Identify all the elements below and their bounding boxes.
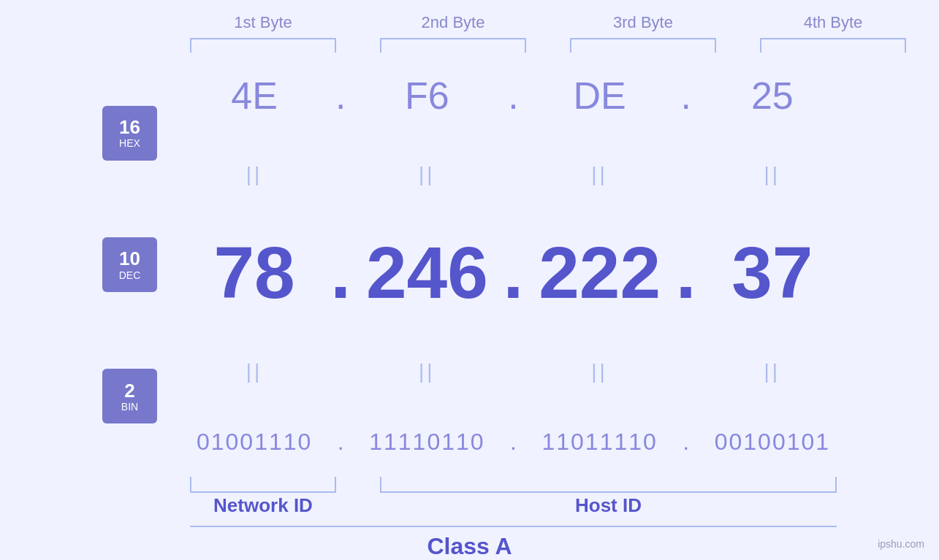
- hex-badge: 16 HEX: [102, 106, 157, 161]
- dec-b4: 37: [731, 231, 813, 315]
- equals-row-2: || || || ||: [190, 357, 837, 386]
- byte1-label: 1st Byte: [234, 13, 292, 32]
- byte4-bracket-top: [760, 38, 906, 53]
- hex-b2: F6: [405, 74, 449, 118]
- hex-b2-cell: F6: [362, 74, 491, 118]
- bin-b2: 11110110: [369, 429, 484, 456]
- class-row: Class A: [102, 526, 837, 560]
- hex-b3: DE: [574, 74, 626, 118]
- eq2-b4: ||: [708, 357, 837, 386]
- bin-name: BIN: [121, 401, 138, 413]
- eq1-b2: ||: [362, 160, 491, 189]
- hex-b3-cell: DE: [536, 74, 664, 118]
- dec-dot1: .: [319, 231, 362, 315]
- dec-name: DEC: [119, 269, 141, 281]
- host-bracket: [380, 477, 837, 493]
- byte2-bracket-top: [380, 38, 526, 53]
- hex-dot1: .: [319, 74, 362, 118]
- main-grid: 16 HEX 10 DEC 2 BIN 4E .: [0, 53, 939, 477]
- byte2-header: 2nd Byte: [380, 13, 526, 53]
- byte4-label: 4th Byte: [804, 13, 863, 32]
- eq2-b1: ||: [190, 357, 319, 386]
- network-bracket: [190, 477, 336, 493]
- dec-b2: 246: [366, 231, 488, 315]
- byte4-header: 4th Byte: [760, 13, 906, 53]
- hex-num: 16: [119, 117, 140, 138]
- dec-badge: 10 DEC: [102, 237, 157, 292]
- dec-num: 10: [119, 248, 140, 269]
- dec-b3: 222: [539, 231, 661, 315]
- equals-row-1: || || || ||: [190, 160, 837, 189]
- eq1-b4: ||: [708, 160, 837, 189]
- byte3-label: 3rd Byte: [613, 13, 673, 32]
- bin-b1: 01001110: [197, 429, 312, 456]
- eq1-b3: ||: [536, 160, 664, 189]
- byte2-label: 2nd Byte: [422, 13, 485, 32]
- byte3-header: 3rd Byte: [570, 13, 716, 53]
- class-bracket-line: [190, 526, 837, 527]
- bin-b1-cell: 01001110: [190, 429, 319, 456]
- eq2-b3: ||: [536, 357, 664, 386]
- dec-row: 78 . 246 . 222 . 37: [190, 231, 837, 315]
- byte1-bracket-top: [190, 38, 336, 53]
- eq2-b2: ||: [362, 357, 491, 386]
- hex-dot2: .: [492, 74, 536, 118]
- bin-b4-cell: 00100101: [708, 429, 837, 456]
- host-id-label: Host ID: [380, 494, 837, 517]
- bin-dot3: .: [664, 429, 708, 456]
- hex-row: 4E . F6 . DE . 25: [190, 74, 837, 118]
- header-row: 1st Byte 2nd Byte 3rd Byte 4th Byte: [0, 0, 939, 53]
- main-container: 1st Byte 2nd Byte 3rd Byte 4th Byte 16 H…: [0, 0, 939, 560]
- bottom-bracket-row: [102, 477, 837, 493]
- bin-dot1: .: [319, 429, 362, 456]
- hex-b1-cell: 4E: [190, 74, 319, 118]
- bin-b4: 00100101: [715, 429, 830, 456]
- class-label: Class A: [427, 533, 512, 559]
- bin-dot2: .: [492, 429, 536, 456]
- dec-b2-cell: 246: [362, 231, 491, 315]
- byte3-bracket-top: [570, 38, 716, 53]
- bin-row: 01001110 . 11110110 . 11011110 .: [190, 429, 837, 456]
- bin-badge: 2 BIN: [102, 369, 157, 423]
- eq1-b1: ||: [190, 160, 319, 189]
- byte1-header: 1st Byte: [190, 13, 336, 53]
- bin-b2-cell: 11110110: [362, 429, 491, 456]
- hex-dot3: .: [664, 74, 708, 118]
- dec-b1-cell: 78: [190, 231, 319, 315]
- data-columns: 4E . F6 . DE . 25: [190, 53, 837, 477]
- bin-b3-cell: 11011110: [536, 429, 664, 456]
- watermark: ipshu.com: [878, 538, 924, 550]
- hex-b4: 25: [751, 74, 794, 118]
- network-id-label: Network ID: [190, 494, 336, 517]
- id-labels-row: Network ID Host ID: [102, 494, 837, 517]
- dec-dot2: .: [492, 231, 536, 315]
- hex-b4-cell: 25: [708, 74, 837, 118]
- bin-num: 2: [124, 380, 134, 402]
- hex-b1: 4E: [231, 74, 278, 118]
- dec-dot3: .: [664, 231, 708, 315]
- bin-b3: 11011110: [541, 429, 657, 456]
- dec-b3-cell: 222: [536, 231, 664, 315]
- hex-name: HEX: [119, 137, 140, 149]
- base-labels: 16 HEX 10 DEC 2 BIN: [102, 53, 190, 477]
- dec-b1: 78: [214, 231, 295, 315]
- bottom-section: Network ID Host ID Class A: [0, 477, 939, 560]
- dec-b4-cell: 37: [708, 231, 837, 315]
